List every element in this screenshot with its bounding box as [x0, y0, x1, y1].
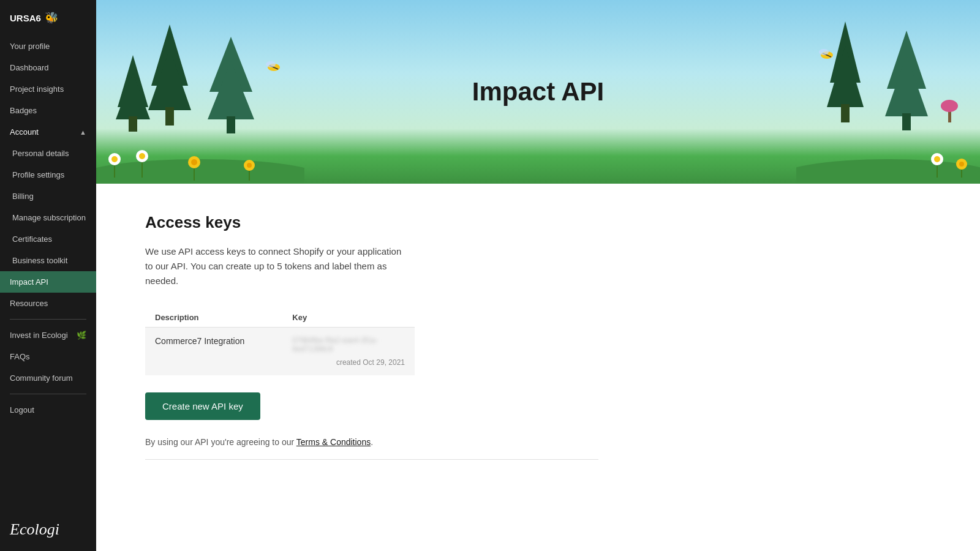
terms-text: By using our API you're agreeing to our … [145, 437, 598, 447]
svg-point-20 [247, 163, 252, 168]
table-row: Commerce7 Integration 07984fbe-f9a2-eae4… [145, 328, 415, 376]
sidebar-item-business-toolkit[interactable]: Business toolkit [0, 250, 96, 271]
sidebar-item-billing[interactable]: Billing [0, 186, 96, 207]
bee-icon: 🐝 [45, 11, 58, 24]
svg-point-25 [796, 159, 980, 184]
svg-point-11 [111, 156, 118, 162]
section-title: Access keys [145, 213, 598, 232]
create-api-key-button[interactable]: Create new API key [145, 392, 260, 420]
bottom-divider [145, 459, 598, 460]
svg-point-17 [191, 159, 197, 165]
svg-rect-3 [165, 107, 174, 126]
key-line-2: 6ed71398c9 [292, 345, 405, 353]
chevron-up-icon: ▲ [80, 129, 86, 136]
sidebar-navigation: Your profile Dashboard Project insights … [0, 36, 96, 513]
content-area: Access keys We use API access keys to co… [96, 184, 647, 489]
svg-rect-9 [129, 116, 137, 132]
terms-suffix: . [371, 437, 373, 447]
nav-divider-1 [10, 319, 86, 320]
svg-rect-28 [841, 104, 850, 122]
svg-point-0 [96, 159, 304, 184]
sidebar-item-profile-settings[interactable]: Profile settings [0, 164, 96, 186]
trees-left-illustration [96, 12, 304, 184]
sidebar-item-community-forum[interactable]: Community forum [0, 367, 96, 389]
svg-rect-6 [227, 116, 235, 133]
sidebar-item-impact-api[interactable]: Impact API [0, 271, 96, 293]
table-header: Description Key [145, 308, 415, 328]
sidebar-item-personal-details[interactable]: Personal details [0, 143, 96, 164]
key-line-1: 07984fbe-f9a2-eae4-3f1a- [292, 336, 405, 345]
key-value-container: 07984fbe-f9a2-eae4-3f1a- 6ed71398c9 crea… [292, 336, 405, 367]
terms-prefix: By using our API you're agreeing to our [145, 437, 296, 447]
sidebar-item-dashboard[interactable]: Dashboard [0, 57, 96, 78]
description-text: We use API access keys to connect Shopif… [145, 244, 402, 288]
sidebar-item-certificates[interactable]: Certificates [0, 228, 96, 250]
leaf-icon: 🌿 [77, 331, 86, 340]
sidebar-item-project-insights[interactable]: Project insights [0, 78, 96, 100]
col-description: Description [145, 308, 282, 328]
col-key: Key [282, 308, 415, 328]
row-description: Commerce7 Integration [145, 328, 282, 376]
svg-point-36 [959, 162, 964, 167]
sidebar-item-account[interactable]: Account ▲ [0, 121, 96, 143]
svg-point-39 [941, 100, 958, 112]
api-keys-table: Description Key Commerce7 Integration 07… [145, 308, 415, 375]
logo-text: URSA6 [10, 13, 41, 23]
sidebar-item-resources[interactable]: Resources [0, 293, 96, 314]
key-created-date: created Oct 29, 2021 [292, 353, 405, 367]
trees-right-illustration [796, 12, 980, 184]
svg-rect-31 [902, 113, 911, 130]
sidebar-item-faqs[interactable]: FAQs [0, 346, 96, 367]
main-content: Impact API Access keys We use API access… [96, 0, 980, 551]
table-body: Commerce7 Integration 07984fbe-f9a2-eae4… [145, 328, 415, 376]
sidebar-item-your-profile[interactable]: Your profile [0, 36, 96, 57]
svg-point-33 [934, 156, 940, 162]
svg-point-14 [139, 153, 145, 159]
sidebar-item-manage-subscription[interactable]: Manage subscription [0, 207, 96, 228]
hero-banner: Impact API [96, 0, 980, 184]
nav-divider-2 [10, 394, 86, 394]
svg-point-24 [266, 61, 276, 67]
sidebar-bottom: Ecologi [0, 513, 96, 551]
sidebar-item-badges[interactable]: Badges [0, 100, 96, 121]
ecologi-brand: Ecologi [10, 520, 86, 539]
row-key: 07984fbe-f9a2-eae4-3f1a- 6ed71398c9 crea… [282, 328, 415, 376]
sidebar: URSA6 🐝 Your profile Dashboard Project i… [0, 0, 96, 551]
terms-link[interactable]: Terms & Conditions [296, 437, 371, 447]
page-title: Impact API [472, 77, 605, 107]
sidebar-item-invest-in-ecologi[interactable]: Invest in Ecologi 🌿 [0, 324, 96, 346]
svg-point-42 [819, 49, 829, 55]
sidebar-logo[interactable]: URSA6 🐝 [0, 0, 96, 36]
sidebar-item-logout[interactable]: Logout [0, 399, 96, 421]
